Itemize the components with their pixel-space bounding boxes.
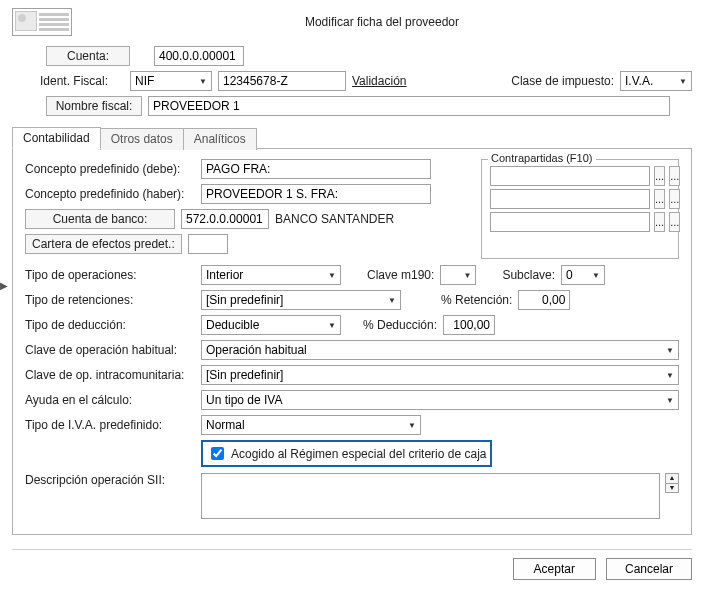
- concepto-debe-input[interactable]: [201, 159, 431, 179]
- cartera-input[interactable]: [188, 234, 228, 254]
- cp-browse-2a[interactable]: ...: [654, 189, 665, 209]
- ident-fiscal-label: Ident. Fiscal:: [12, 72, 124, 90]
- concepto-haber-input[interactable]: [201, 184, 431, 204]
- ayuda-calculo-label: Ayuda en el cálculo:: [25, 393, 195, 407]
- clave-intracomunitaria-label: Clave de op. intracomunitaria:: [25, 368, 195, 382]
- tab-contabilidad[interactable]: Contabilidad: [12, 127, 101, 149]
- cp-browse-1a[interactable]: ...: [654, 166, 665, 186]
- recc-label: Acogido al Régimen especial del criterio…: [231, 447, 486, 461]
- pct-deduccion-label: % Deducción:: [363, 318, 437, 332]
- tipo-iva-predef-combo[interactable]: [201, 415, 421, 435]
- cp-input-2[interactable]: [490, 189, 650, 209]
- tipo-retenciones-label: Tipo de retenciones:: [25, 293, 195, 307]
- pct-retencion-input[interactable]: [518, 290, 570, 310]
- pct-retencion-label: % Retención:: [441, 293, 512, 307]
- nombre-fiscal-label-button[interactable]: Nombre fiscal:: [46, 96, 142, 116]
- concepto-haber-label: Concepto predefinido (haber):: [25, 187, 195, 201]
- ident-tipo-combo[interactable]: [130, 71, 212, 91]
- tipo-retenciones-combo[interactable]: [201, 290, 401, 310]
- recc-highlight: Acogido al Régimen especial del criterio…: [201, 440, 492, 467]
- clase-impuesto-combo[interactable]: [620, 71, 692, 91]
- clave-m190-combo[interactable]: [440, 265, 476, 285]
- clave-op-habitual-combo[interactable]: [201, 340, 679, 360]
- tipo-operaciones-combo[interactable]: [201, 265, 341, 285]
- nombre-fiscal-input[interactable]: [148, 96, 670, 116]
- tipo-deduccion-label: Tipo de deducción:: [25, 318, 195, 332]
- cuenta-banco-code-input[interactable]: [181, 209, 269, 229]
- recc-checkbox[interactable]: [211, 447, 224, 460]
- cp-browse-2b[interactable]: ...: [669, 189, 680, 209]
- cuenta-label-button[interactable]: Cuenta:: [46, 46, 130, 66]
- ayuda-calculo-combo[interactable]: [201, 390, 679, 410]
- subclave-combo[interactable]: [561, 265, 605, 285]
- tipo-iva-predef-label: Tipo de I.V.A. predefinido:: [25, 418, 195, 432]
- validacion-link[interactable]: Validación: [352, 74, 406, 88]
- cuenta-banco-name: BANCO SANTANDER: [275, 212, 394, 226]
- cancelar-button[interactable]: Cancelar: [606, 558, 692, 580]
- desc-sii-spinner[interactable]: ▲▼: [665, 473, 679, 493]
- cp-browse-3b[interactable]: ...: [669, 212, 680, 232]
- cp-browse-3a[interactable]: ...: [654, 212, 665, 232]
- tipo-operaciones-label: Tipo de operaciones:: [25, 268, 195, 282]
- pct-deduccion-input[interactable]: [443, 315, 495, 335]
- cp-browse-1b[interactable]: ...: [669, 166, 680, 186]
- cuenta-banco-button[interactable]: Cuenta de banco:: [25, 209, 175, 229]
- clase-impuesto-label: Clase de impuesto:: [511, 74, 614, 88]
- clave-intracomunitaria-combo[interactable]: [201, 365, 679, 385]
- desc-sii-textarea[interactable]: [201, 473, 660, 519]
- ident-num-input[interactable]: [218, 71, 346, 91]
- record-icon: [12, 8, 72, 36]
- cuenta-input[interactable]: [154, 46, 244, 66]
- tab-analiticos[interactable]: Analíticos: [183, 128, 257, 150]
- cartera-button[interactable]: Cartera de efectos predet.:: [25, 234, 182, 254]
- tab-otros-datos[interactable]: Otros datos: [100, 128, 184, 150]
- tipo-deduccion-combo[interactable]: [201, 315, 341, 335]
- cp-input-1[interactable]: [490, 166, 650, 186]
- aceptar-button[interactable]: Aceptar: [513, 558, 596, 580]
- dialog-title: Modificar ficha del proveedor: [72, 15, 692, 29]
- cp-input-3[interactable]: [490, 212, 650, 232]
- contrapartidas-group: Contrapartidas (F10) ...... ...... .....…: [481, 159, 679, 259]
- contrapartidas-legend: Contrapartidas (F10): [488, 152, 596, 164]
- concepto-debe-label: Concepto predefinido (debe):: [25, 162, 195, 176]
- clave-m190-label: Clave m190:: [367, 268, 434, 282]
- subclave-label: Subclave:: [502, 268, 555, 282]
- side-resize-handle[interactable]: ▶: [0, 280, 8, 291]
- desc-sii-label: Descripción operación SII:: [25, 473, 195, 487]
- clave-op-habitual-label: Clave de operación habitual:: [25, 343, 195, 357]
